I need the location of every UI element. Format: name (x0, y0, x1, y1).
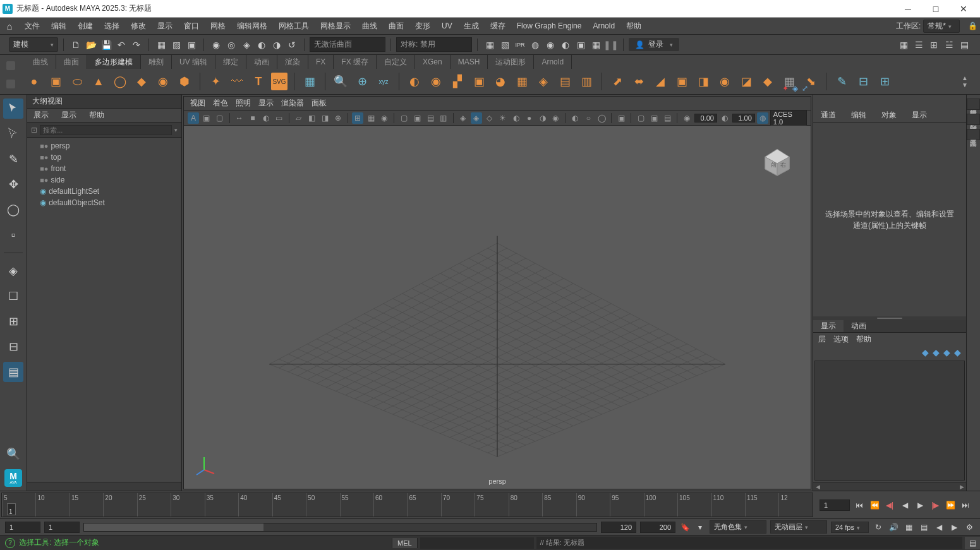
snap-point-icon[interactable]: ◈ (239, 38, 253, 52)
superellipse-icon[interactable]: ✦ (207, 73, 224, 90)
smooth-icon[interactable]: ◈ (535, 73, 552, 90)
menu-set-selector[interactable]: 建模 (9, 37, 58, 52)
vp-gamma-icon[interactable]: ◯ (596, 112, 607, 124)
viewport-menu-item[interactable]: 显示 (258, 98, 274, 109)
remesh-icon[interactable]: ▥ (578, 73, 595, 90)
menu-item[interactable]: 变形 (409, 18, 436, 34)
shelf-tab[interactable]: 曲面 (56, 55, 87, 69)
shelf-tab[interactable]: 多边形建模 (87, 55, 141, 69)
reduce-icon[interactable]: ▤ (556, 73, 574, 90)
zoom-selected-icon[interactable]: 🔍 (332, 73, 349, 90)
render-setup-icon[interactable]: ◉ (543, 38, 557, 52)
menu-item[interactable]: 创建 (72, 18, 99, 34)
channel-tab[interactable]: 通道 (813, 109, 844, 122)
multicut-icon[interactable]: ✎ (833, 73, 850, 90)
playblast-icon[interactable]: ▣ (574, 38, 588, 52)
vp-light-icon[interactable]: ☀ (497, 112, 509, 124)
type-tool-icon[interactable]: T (250, 73, 267, 90)
attribute-editor-toggle-icon[interactable]: ☰ (912, 38, 926, 52)
outliner-search-input[interactable] (40, 125, 172, 135)
combine-icon[interactable]: ▣ (470, 73, 488, 90)
helix-icon[interactable]: 〰 (228, 73, 246, 90)
home-icon[interactable]: ⌂ (0, 18, 19, 34)
layer-vis-icon[interactable]: ◆ (922, 347, 929, 357)
play-back-button[interactable]: ◀ (899, 499, 910, 511)
layer-menu-item[interactable]: 选项 (833, 334, 849, 345)
vp-film-icon[interactable]: ◨ (319, 112, 330, 124)
vp-far-icon[interactable]: ◐ (719, 112, 730, 124)
shelf-tab[interactable]: MASH (451, 55, 488, 69)
outliner-item[interactable]: ■●top (27, 152, 181, 163)
menu-item[interactable]: 网格工具 (273, 18, 315, 34)
render-icon[interactable]: ▦ (483, 38, 497, 52)
snap-surface-icon[interactable]: ◐ (255, 38, 269, 52)
shelf-tab[interactable]: 动画 (246, 55, 277, 69)
isolate-icon[interactable]: ⊕ (353, 73, 371, 90)
modeling-toolkit-toggle-icon[interactable]: ▤ (957, 38, 971, 52)
render-view-icon[interactable]: ▦ (589, 38, 603, 52)
select-mode-object-icon[interactable]: ▦ (154, 38, 168, 52)
snap-curve-icon[interactable]: ◎ (224, 38, 238, 52)
script-editor-button[interactable]: ▤ (965, 537, 980, 549)
range-end-outer[interactable]: 200 (640, 522, 675, 533)
panel-layout-icon[interactable]: ▦ (897, 38, 910, 52)
audio-icon[interactable]: 🔊 (888, 522, 899, 533)
shelf-tab[interactable]: FX 缓存 (334, 55, 377, 69)
select-mode-hierarchy-icon[interactable]: ▣ (185, 38, 198, 52)
loop-icon[interactable]: ↻ (873, 522, 884, 533)
layout-outliner-button[interactable]: ▤ (3, 362, 23, 382)
viewport-menu-item[interactable]: 面板 (312, 98, 327, 109)
auto-key-icon[interactable]: 🔖 (679, 522, 691, 533)
vp-2d-pan-icon[interactable]: ↔ (234, 112, 245, 124)
key-dropdown-icon[interactable]: ▾ (694, 522, 706, 533)
redo-icon[interactable]: ↷ (130, 38, 143, 52)
vp-far-value[interactable]: 1.00 (732, 114, 755, 123)
viewport-axis-icon[interactable]: ✦ (782, 84, 789, 93)
shelf-toggle[interactable] (6, 56, 20, 93)
vp-shaded-icon[interactable]: ◉ (378, 112, 390, 124)
range-slider[interactable] (83, 523, 597, 532)
rotate-tool-button[interactable]: ◯ (3, 200, 23, 220)
insert-edge-loop-icon[interactable]: ⊟ (854, 73, 872, 90)
collapse-icon[interactable]: ◪ (737, 73, 755, 90)
vp-exposure-icon[interactable]: ○ (583, 112, 594, 124)
vp-grid-icon[interactable]: ⊞ (352, 112, 363, 124)
cylinder-icon[interactable]: ⬭ (68, 73, 86, 90)
vp-hud-2-icon[interactable]: ▣ (648, 112, 660, 124)
light-editor-icon[interactable]: ◐ (559, 38, 572, 52)
outliner-item[interactable]: ◉defaultLightSet (27, 186, 181, 197)
bevel-icon[interactable]: ◢ (651, 73, 669, 90)
vp-colorspace[interactable]: ACES 1.0 (770, 110, 807, 126)
shelf-tab[interactable]: 渲染 (277, 55, 308, 69)
outliner-item[interactable]: ■●front (27, 163, 181, 174)
select-tool-button[interactable] (3, 99, 23, 119)
shelf-up-arrow-icon[interactable]: ▲▼ (956, 73, 974, 90)
channel-tab[interactable]: 显示 (904, 109, 935, 122)
snap-live-icon[interactable]: ↺ (285, 38, 299, 52)
layer-list[interactable] (814, 361, 965, 481)
vp-near-value[interactable]: 0.00 (694, 114, 717, 123)
go-end-button[interactable]: ⏭ (960, 499, 971, 511)
menu-item[interactable]: 窗口 (178, 18, 205, 34)
cube-icon[interactable]: ▣ (47, 73, 64, 90)
window-close-button[interactable]: ✕ (950, 0, 977, 18)
vp-xray-icon[interactable]: ◈ (457, 112, 469, 124)
symmetry-field[interactable]: 对称: 禁用 (396, 37, 472, 52)
shelf-tab[interactable]: 绑定 (215, 55, 246, 69)
pause-icon[interactable]: ❚❚ (604, 38, 618, 52)
step-back-key-button[interactable]: ⏪ (869, 499, 880, 511)
render-ipr-icon[interactable]: ▧ (498, 38, 512, 52)
layer-scrollbar[interactable]: ◀▶ (813, 482, 966, 491)
boolean-icon[interactable]: ◕ (492, 73, 509, 90)
move-tool-button[interactable]: ✥ (3, 174, 23, 194)
range-start-outer[interactable]: 1 (5, 522, 40, 533)
layer-new-icon[interactable]: ◆ (943, 347, 950, 357)
layout-four-button[interactable]: ⊞ (3, 311, 23, 332)
step-back-button[interactable]: ◀| (884, 499, 895, 511)
viewport-menu-item[interactable]: 着色 (213, 98, 228, 109)
channel-tab[interactable]: 编辑 (844, 109, 874, 122)
wedge-icon[interactable]: ◉ (716, 73, 734, 90)
layer-new-empty-icon[interactable]: ◆ (954, 347, 961, 357)
layer-playback-icon[interactable]: ◆ (933, 347, 940, 357)
paint-select-tool-button[interactable]: ✎ (3, 149, 23, 169)
